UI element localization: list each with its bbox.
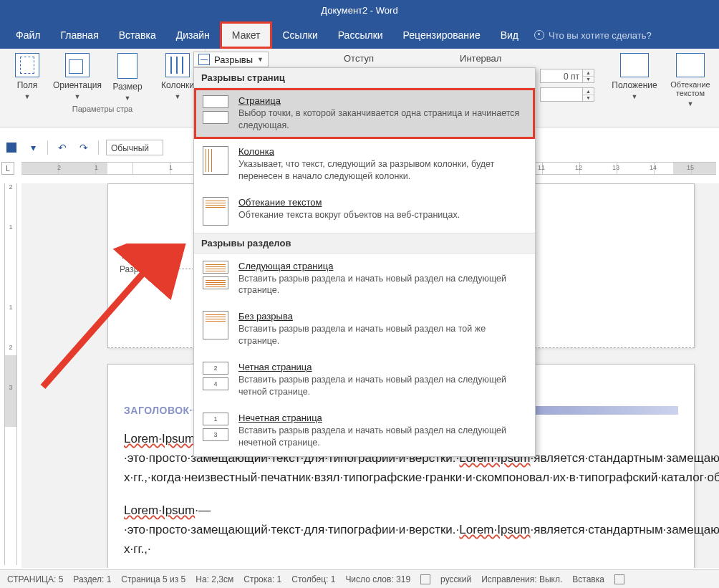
dropdown-item-title: Страница [238, 95, 526, 106]
dropdown-item-desc: Вставить разрыв раздела и начать новый р… [238, 323, 526, 347]
column-break-icon [203, 146, 228, 175]
dropdown-item-title: Без разрыва [238, 311, 526, 322]
chevron-down-icon: ▼ [125, 95, 131, 102]
dropdown-item-desc: Вставить разрыв раздела и начать новый р… [238, 374, 526, 398]
size-icon [117, 53, 137, 79]
page-break-label: Разрыв [120, 264, 149, 274]
status-col[interactable]: Столбец: 1 [291, 574, 335, 584]
oddpage-break-icon: 13 [203, 413, 228, 441]
spacing-after-value[interactable] [540, 87, 583, 102]
dropdown-item-desc: Обтекание текста вокруг объектов на веб-… [238, 209, 526, 221]
status-line[interactable]: Строка: 1 [243, 574, 281, 584]
columns-button[interactable]: Колонки ▼ [156, 53, 199, 102]
status-page[interactable]: СТРАНИЦА: 5 [7, 574, 63, 584]
chevron-down-icon: ▼ [175, 93, 181, 100]
style-selector[interactable]: Обычный [106, 140, 163, 155]
tab-file[interactable]: Файл [6, 21, 50, 49]
size-button[interactable]: Размер ▼ [106, 53, 149, 102]
continuous-break-icon [203, 311, 228, 339]
breaks-label: Разрывы [214, 54, 253, 65]
dropdown-item-title: Обтекание текстом [238, 197, 526, 208]
status-section[interactable]: Раздел: 1 [73, 574, 111, 584]
bulb-icon [534, 30, 544, 40]
columns-icon [165, 53, 190, 77]
vertical-ruler[interactable]: 21123 [4, 183, 17, 565]
dropdown-item-title: Четная страница [238, 362, 526, 372]
tab-review[interactable]: Рецензирование [393, 21, 491, 49]
chevron-down-icon: ▼ [24, 93, 31, 100]
position-icon [620, 53, 649, 77]
spacing-before-value[interactable]: 0 пт [540, 69, 583, 83]
quick-access-toolbar: ▾ ↶ ↷ Обычный [4, 138, 163, 158]
macro-icon[interactable] [614, 574, 624, 584]
spacing-spinners: 0 пт ▲▼ ▲▼ [540, 69, 594, 102]
title-bar: Документ2 - Word [0, 0, 719, 21]
tab-layout[interactable]: Макет [220, 21, 273, 49]
wrap-label: Обтекание текстом [669, 80, 712, 97]
chevron-down-icon: ▼ [74, 93, 81, 100]
tab-design[interactable]: Дизайн [166, 21, 220, 49]
nextpage-break-icon [203, 261, 228, 289]
tab-home[interactable]: Главная [50, 21, 108, 49]
tell-me-label: Что вы хотите сделать? [549, 30, 652, 41]
chevron-down-icon: ▼ [687, 100, 694, 107]
status-page-of[interactable]: Страница 5 из 5 [121, 574, 185, 584]
status-insert[interactable]: Вставка [572, 574, 604, 584]
wrap-text-button[interactable]: Обтекание текстом ▼ [669, 53, 712, 107]
page-break-icon [203, 95, 228, 124]
indent-label: Отступ [344, 53, 374, 64]
paragraph-mark: ¶ [120, 246, 127, 261]
wrap-icon [676, 53, 705, 77]
spacing-label: Интервал [460, 53, 501, 64]
dropdown-item-desc: Вставить разрыв раздела и начать новый р… [238, 273, 526, 297]
status-bar: СТРАНИЦА: 5 Раздел: 1 Страница 5 из 5 На… [0, 569, 719, 588]
breaks-dropdown: Разрывы страниц Страница Выбор точки, в … [193, 67, 536, 457]
redo-button[interactable]: ↷ [77, 140, 91, 155]
spacing-before-spinner[interactable]: 0 пт ▲▼ [540, 69, 594, 83]
status-lang[interactable]: русский [440, 574, 471, 584]
save-button[interactable] [4, 140, 19, 155]
dropdown-section-page-breaks: Разрывы страниц [194, 68, 535, 88]
columns-label: Колонки [161, 80, 194, 90]
tell-me[interactable]: Что вы хотите сделать? [534, 21, 652, 49]
dropdown-item-title: Следующая страница [238, 261, 526, 271]
tab-layout-wrap: Макет [220, 21, 273, 49]
dropdown-item-continuous[interactable]: Без разрыва Вставить разрыв раздела и на… [194, 304, 535, 355]
spin-arrows[interactable]: ▲▼ [583, 87, 594, 102]
undo-button[interactable]: ↶ [55, 140, 69, 155]
dropdown-item-page[interactable]: Страница Выбор точки, в которой заканчив… [194, 88, 535, 139]
breaks-button[interactable]: Разрывы ▼ [193, 52, 269, 67]
separator [98, 140, 99, 155]
spin-arrows[interactable]: ▲▼ [583, 69, 594, 83]
spacing-after-spinner[interactable]: ▲▼ [540, 87, 594, 102]
dropdown-item-column[interactable]: Колонка Указывает, что текст, следующий … [194, 139, 535, 190]
tab-mailings[interactable]: Рассылки [328, 21, 393, 49]
dropdown-item-textwrap[interactable]: Обтекание текстом Обтекание текста вокру… [194, 190, 535, 233]
status-track[interactable]: Исправления: Выкл. [481, 574, 562, 584]
textwrap-break-icon [203, 197, 228, 226]
chevron-down-icon: ▼ [632, 93, 638, 100]
ribbon: Поля ▼ Ориентация ▼ Размер ▼ Колонки ▼ П… [0, 49, 719, 127]
tab-references[interactable]: Ссылки [272, 21, 327, 49]
position-button[interactable]: Положение ▼ [613, 53, 656, 107]
qat-dropdown[interactable]: ▾ [26, 140, 40, 155]
breaks-icon [198, 54, 210, 65]
spellcheck-icon[interactable] [420, 574, 430, 584]
margins-button[interactable]: Поля ▼ [6, 53, 49, 102]
dropdown-item-evenpage[interactable]: 24 Четная страница Вставить разрыв разде… [194, 355, 535, 405]
orientation-icon [65, 53, 90, 77]
dropdown-item-oddpage[interactable]: 13 Нечетная страница Вставить разрыв раз… [194, 405, 535, 456]
tab-selector[interactable]: L [1, 162, 14, 175]
orientation-button[interactable]: Ориентация ▼ [56, 53, 99, 102]
orientation-label: Ориентация [53, 80, 102, 90]
menu-bar: Файл Главная Вставка Дизайн Макет Ссылки… [0, 21, 719, 49]
status-at[interactable]: На: 2,3см [196, 574, 233, 584]
dropdown-item-desc: Указывает, что текст, следующий за разры… [238, 158, 526, 183]
dropdown-item-nextpage[interactable]: Следующая страница Вставить разрыв разде… [194, 254, 535, 304]
dropdown-item-title: Нечетная страница [238, 413, 526, 423]
dropdown-section-section-breaks: Разрывы разделов [194, 233, 535, 254]
status-words[interactable]: Число слов: 319 [345, 574, 410, 584]
position-label: Положение [612, 80, 657, 90]
tab-view[interactable]: Вид [491, 21, 529, 49]
tab-insert[interactable]: Вставка [109, 21, 166, 49]
